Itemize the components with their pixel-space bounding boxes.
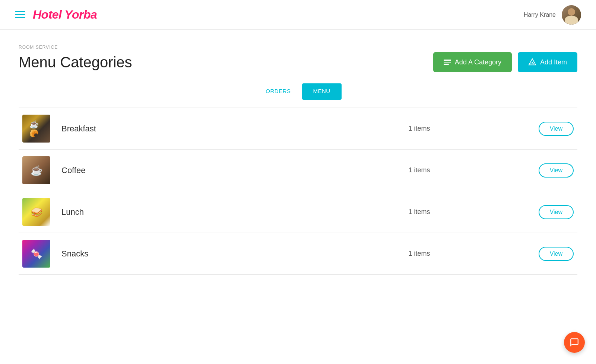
view-button-coffee[interactable]: View <box>539 163 574 178</box>
tab-orders[interactable]: ORDERS <box>254 83 302 100</box>
user-name: Harry Krane <box>524 12 556 18</box>
category-count: 1 items <box>300 250 538 258</box>
category-count: 1 items <box>300 208 538 216</box>
tab-menu[interactable]: MENU <box>302 83 342 100</box>
add-category-button[interactable]: Add A Category <box>433 52 512 72</box>
tabs: ORDERS MENU <box>19 83 577 100</box>
table-row: Coffee 1 items View <box>19 150 577 191</box>
pizza-icon <box>528 58 536 66</box>
category-list: Breakfast 1 items View Coffee 1 items Vi… <box>19 108 577 275</box>
view-button-snacks[interactable]: View <box>539 247 574 261</box>
category-image-coffee <box>22 156 50 184</box>
table-row: Breakfast 1 items View <box>19 108 577 150</box>
table-row: Lunch 1 items View <box>19 191 577 233</box>
header-left: Hotel Yorba <box>15 8 97 22</box>
category-image-breakfast <box>22 115 50 143</box>
category-name: Snacks <box>61 249 300 259</box>
add-category-label: Add A Category <box>455 58 501 66</box>
view-button-lunch[interactable]: View <box>539 205 574 219</box>
category-image-snacks <box>22 240 50 268</box>
svg-point-1 <box>530 63 532 64</box>
add-item-button[interactable]: Add Item <box>518 52 577 72</box>
page-title-row: Menu Categories Add A Category Add Item <box>19 52 577 72</box>
avatar[interactable] <box>562 5 581 25</box>
category-name: Coffee <box>61 166 300 175</box>
page-title: Menu Categories <box>19 54 132 71</box>
table-row: Snacks 1 items View <box>19 233 577 275</box>
category-name: Breakfast <box>61 124 300 134</box>
category-image-lunch <box>22 198 50 226</box>
view-button-breakfast[interactable]: View <box>539 122 574 136</box>
header-right: Harry Krane <box>524 5 581 25</box>
breadcrumb: ROOM SERVICE <box>19 45 577 50</box>
hamburger-menu-icon[interactable] <box>15 11 25 18</box>
page-content: ROOM SERVICE Menu Categories Add A Categ… <box>0 30 596 290</box>
header: Hotel Yorba Harry Krane <box>0 0 596 30</box>
lines-icon <box>444 60 451 65</box>
svg-point-2 <box>533 63 534 64</box>
chat-bubble-button[interactable] <box>564 332 585 353</box>
category-name: Lunch <box>61 207 300 217</box>
chat-icon <box>570 338 579 347</box>
category-count: 1 items <box>300 166 538 174</box>
avatar-image <box>562 5 581 25</box>
add-item-label: Add Item <box>540 58 567 66</box>
action-buttons: Add A Category Add Item <box>433 52 577 72</box>
category-count: 1 items <box>300 125 538 132</box>
svg-point-0 <box>532 62 533 64</box>
logo: Hotel Yorba <box>33 8 97 22</box>
